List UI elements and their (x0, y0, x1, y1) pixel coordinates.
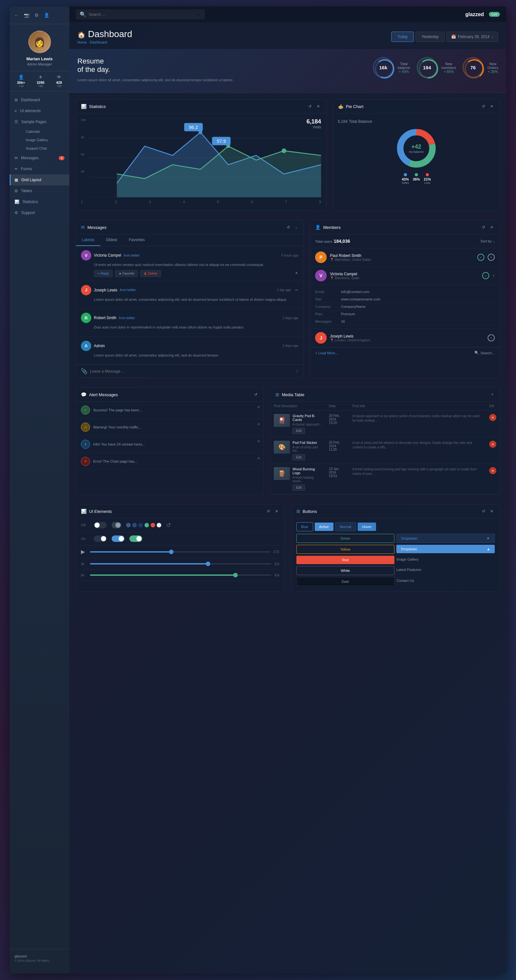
btn-white[interactable]: White (296, 566, 395, 575)
settings-icon[interactable]: ⚙ (33, 11, 40, 19)
btn-contact-us[interactable]: Contact Us (397, 577, 495, 586)
alert-warning-close[interactable]: ✕ (257, 422, 260, 426)
toggle-2-off[interactable] (111, 522, 121, 528)
delete-btn-victoria[interactable]: 🗑 Delete (140, 270, 161, 277)
favorite-btn-victoria[interactable]: ★ Favorite (115, 270, 138, 277)
btn-normal[interactable]: Normal (335, 522, 356, 531)
search-submit-icon[interactable]: → (196, 12, 201, 18)
member-status-victoria[interactable]: ✓ (482, 272, 489, 279)
user-icon[interactable]: 👤 (43, 11, 51, 19)
statistics-widget: 📊 Statistics ↺ ✕ 6,184 Visits (76, 99, 326, 210)
member-up-victoria[interactable]: ↑ (492, 273, 495, 278)
spinner-icon[interactable]: ↺ (166, 522, 171, 529)
sidebar-item-calendar[interactable]: Calendar (21, 127, 69, 136)
alert-error-close[interactable]: ✕ (257, 456, 260, 461)
delete-media-3[interactable]: ✕ (489, 467, 496, 474)
sidebar-item-tables[interactable]: ⊞ Tables (10, 185, 69, 196)
btn-blue[interactable]: Blue (296, 522, 313, 531)
slider-2-track[interactable] (90, 563, 272, 565)
search-input[interactable] (89, 12, 193, 17)
member-status-paul[interactable]: ✓ (477, 254, 484, 261)
alert-success-close[interactable]: ✕ (257, 405, 260, 409)
color-dot-5[interactable] (151, 523, 155, 527)
expand-joseph[interactable]: ✏ (295, 288, 298, 293)
toggle-1-off[interactable] (94, 522, 107, 528)
btn-yellow[interactable]: Yellow (296, 545, 395, 554)
dropdown-btn-2[interactable]: Dropdown ▲ (397, 545, 495, 553)
back-icon[interactable]: ← (13, 11, 20, 19)
tab-today[interactable]: Today (391, 32, 414, 42)
slider-1-track[interactable] (90, 551, 271, 552)
tab-yesterday[interactable]: Yesterday (416, 32, 445, 42)
delete-media-1[interactable]: ✕ (489, 414, 496, 421)
slider-2-thumb[interactable] (206, 562, 210, 566)
sidebar-item-forms[interactable]: ✏ Forms (10, 164, 69, 174)
sidebar-item-dashboard[interactable]: ⊞ Dashboard (10, 94, 69, 105)
btn-green[interactable]: Green (296, 534, 395, 543)
messages-download-btn[interactable]: ↓ (294, 224, 298, 230)
btn-hover[interactable]: Hover (358, 523, 376, 531)
color-dot-3[interactable] (139, 523, 143, 527)
sidebar-item-sample-pages[interactable]: ☰ Sample Pages (10, 116, 69, 127)
slider-1-thumb[interactable] (169, 550, 174, 554)
members-refresh-btn[interactable]: ↺ (481, 224, 486, 230)
ui-elements-refresh-btn[interactable]: ↺ (265, 508, 271, 514)
pie-chart-refresh-btn[interactable]: ↺ (481, 103, 486, 109)
btn-active[interactable]: Active (315, 523, 333, 531)
grid-layout-icon: ▦ (14, 178, 18, 182)
member-add-paul[interactable]: + (487, 254, 495, 261)
member-add-joseph[interactable]: + (487, 334, 495, 341)
date-picker[interactable]: 📅 February 26, 2014 ↓ (446, 32, 498, 42)
buttons-refresh-btn[interactable]: ↺ (481, 508, 486, 514)
sort-by-button[interactable]: Sort by ↓ (481, 239, 495, 243)
color-dot-2[interactable] (132, 523, 137, 527)
sidebar-item-support[interactable]: ⚙ Support (10, 207, 69, 218)
btn-latest-features[interactable]: Latest Features (397, 566, 495, 575)
btn-dark[interactable]: Dark (296, 577, 395, 586)
pie-chart-close-btn[interactable]: ✕ (489, 103, 495, 109)
slider-3-thumb[interactable] (233, 573, 238, 578)
tab-latests[interactable]: Latests (76, 234, 100, 246)
msg-avatar-victoria: V (81, 250, 91, 261)
sidebar-item-ui-elements[interactable]: ≡ UI elements (10, 105, 69, 116)
tab-favorites[interactable]: Favorites (123, 234, 150, 246)
send-message-icon[interactable]: ↑ (296, 369, 298, 374)
toggle-4-on[interactable] (111, 535, 124, 542)
delete-media-2[interactable]: ✕ (489, 441, 496, 448)
members-close-btn[interactable]: ✕ (489, 224, 495, 230)
messages-refresh-btn[interactable]: ↺ (285, 224, 291, 230)
reply-btn-victoria[interactable]: ↩ Reply (94, 270, 113, 277)
sidebar-item-statistics[interactable]: 📊 Statistics (10, 196, 69, 207)
alerts-refresh-btn[interactable]: ↺ (253, 392, 259, 398)
camera-icon[interactable]: 📷 (22, 11, 31, 19)
toggle-5-on[interactable] (129, 535, 142, 542)
sidebar-item-support-chat[interactable]: Support Chat (21, 144, 69, 153)
alert-info-close[interactable]: ✕ (257, 439, 260, 444)
media-table-add-btn[interactable]: + (490, 392, 495, 398)
buttons-close-btn[interactable]: ✕ (489, 508, 495, 514)
edit-btn-2[interactable]: Edit (293, 454, 305, 460)
search-bar[interactable]: 🔍 → (76, 10, 205, 19)
color-dot-1[interactable] (126, 523, 131, 527)
btn-image-gallery[interactable]: Image Gallery (397, 556, 495, 564)
load-more-button[interactable]: + Load More... (315, 351, 338, 355)
kpi-members-label: Newmembers (441, 62, 456, 70)
collapse-btn-victoria[interactable]: ▲ (295, 270, 298, 277)
edit-btn-3[interactable]: Edit (293, 485, 305, 491)
play-icon[interactable]: ▶ (81, 549, 85, 555)
tab-oldest[interactable]: Oldest (100, 234, 123, 246)
statistics-close-btn[interactable]: ✕ (315, 103, 321, 109)
statistics-refresh-btn[interactable]: ↺ (307, 103, 313, 109)
sidebar-item-image-gallery[interactable]: Image Gallery (21, 136, 69, 144)
ui-elements-close-btn[interactable]: ✕ (274, 508, 280, 514)
toggle-3-on[interactable] (94, 535, 107, 542)
sidebar-item-messages[interactable]: ✉ Messages 4 (10, 153, 69, 164)
color-dot-4[interactable] (145, 523, 149, 527)
btn-red[interactable]: Red (296, 556, 395, 564)
sidebar-item-grid-layout[interactable]: ▦ Grid Layout (10, 174, 69, 185)
slider-3-track[interactable] (90, 574, 272, 576)
dropdown-btn-1[interactable]: Dropdown ▼ (397, 534, 495, 543)
color-dot-6[interactable] (157, 523, 161, 527)
edit-btn-1[interactable]: Edit (293, 428, 305, 434)
message-input[interactable] (90, 369, 293, 374)
